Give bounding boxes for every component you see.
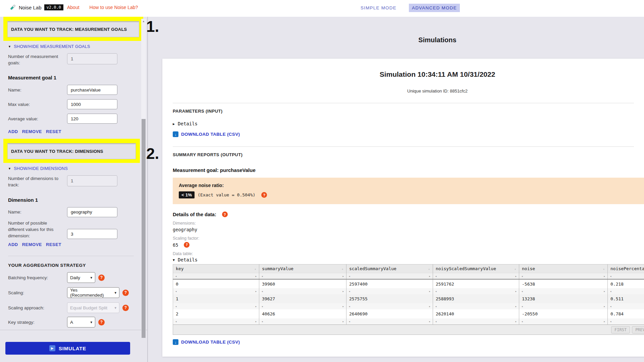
scroll-right-icon[interactable]: ▸ xyxy=(255,275,257,278)
help-icon[interactable]: ? xyxy=(222,212,228,217)
dimension-values-input[interactable] xyxy=(67,229,117,239)
scroll-right-icon[interactable]: ▸ xyxy=(255,320,257,323)
scroll-right-icon[interactable]: ▸ xyxy=(604,320,605,323)
scroll-left-icon[interactable]: ◂ xyxy=(610,275,611,278)
scroll-left-icon[interactable]: ◂ xyxy=(435,320,437,323)
scroll-left-icon[interactable]: ◂ xyxy=(261,320,263,323)
scroll-up-icon[interactable]: ▲ xyxy=(142,20,145,23)
scroll-right-icon[interactable]: ▸ xyxy=(429,320,431,323)
scroll-left-icon[interactable]: ◂ xyxy=(435,290,437,293)
measurement-goals-count-input[interactable] xyxy=(67,53,117,64)
scroll-right-icon[interactable]: ▸ xyxy=(429,275,431,278)
noise-ratio-panel: Average noise ratio: < 1% (Exact value =… xyxy=(173,178,644,204)
nav-howto-link[interactable]: How to use Noise Lab? xyxy=(90,5,138,10)
dimension-name-input[interactable] xyxy=(67,207,117,217)
add-dimension-button[interactable]: ADD xyxy=(8,242,18,247)
help-icon[interactable]: ? xyxy=(184,242,190,248)
table-row: 2406262640690 2620140-205500.784 xyxy=(173,309,644,318)
sidebar-scrollbar[interactable]: ▲ xyxy=(141,19,146,338)
add-goal-button[interactable]: ADD xyxy=(8,129,18,134)
scroll-left-icon[interactable]: ◂ xyxy=(521,320,523,323)
scaling-approach-label: Scaling approach: xyxy=(8,305,67,311)
prev-page-button[interactable]: PREV xyxy=(632,326,644,334)
help-icon[interactable]: ? xyxy=(98,319,105,325)
dimensions-count-input[interactable] xyxy=(67,175,117,186)
simple-mode-button[interactable]: SIMPLE MODE xyxy=(358,4,399,12)
scroll-right-icon[interactable]: ▸ xyxy=(515,275,517,278)
batching-frequency-select[interactable]: Daily ▾ xyxy=(67,272,95,283)
scroll-right-icon[interactable]: ▸ xyxy=(255,290,257,293)
scroll-left-icon[interactable]: ◂ xyxy=(521,275,523,278)
help-icon[interactable]: ? xyxy=(122,290,129,296)
scroll-left-icon[interactable]: ◂ xyxy=(521,305,523,308)
column-header[interactable]: noisePercentage▴ ◂▸ xyxy=(608,264,644,280)
aggregation-strategy-heading: YOUR AGGREGATION STRATEGY xyxy=(8,263,139,268)
help-icon[interactable]: ? xyxy=(261,192,267,198)
scrollbar-thumb[interactable] xyxy=(142,119,146,338)
scroll-right-icon[interactable]: ▸ xyxy=(342,305,344,308)
scroll-left-icon[interactable]: ◂ xyxy=(261,305,263,308)
goal-average-input[interactable] xyxy=(67,114,117,124)
key-strategy-select[interactable]: A ▾ xyxy=(67,317,95,327)
download-table-link[interactable]: ↓ DOWNLOAD TABLE (CSV) xyxy=(173,339,240,345)
parameters-details-toggle[interactable]: ▶ Details xyxy=(173,121,644,126)
scroll-left-icon[interactable]: ◂ xyxy=(521,290,523,293)
download-icon: ↓ xyxy=(173,131,178,137)
scroll-left-icon[interactable]: ◂ xyxy=(348,305,350,308)
goal-name-input[interactable] xyxy=(67,85,117,95)
scroll-right-icon[interactable]: ▸ xyxy=(429,290,431,293)
scroll-right-icon[interactable]: ▸ xyxy=(604,290,605,293)
reset-goal-button[interactable]: RESET xyxy=(46,129,61,134)
download-parameters-link[interactable]: ↓ DOWNLOAD TABLE (CSV) xyxy=(173,131,240,137)
goal-max-input[interactable] xyxy=(67,99,117,109)
scroll-right-icon[interactable]: ▸ xyxy=(255,305,257,308)
column-header[interactable]: noise▴ ◂▸ xyxy=(519,264,608,280)
remove-goal-button[interactable]: REMOVE xyxy=(22,129,42,134)
scroll-left-icon[interactable]: ◂ xyxy=(610,305,611,308)
scroll-left-icon[interactable]: ◂ xyxy=(610,290,611,293)
scroll-left-icon[interactable]: ◂ xyxy=(348,320,350,323)
data-table-details-toggle[interactable]: ▼ Details xyxy=(173,257,644,262)
help-icon[interactable]: ? xyxy=(122,305,129,311)
scroll-right-icon[interactable]: ▸ xyxy=(342,275,344,278)
scroll-left-icon[interactable]: ◂ xyxy=(175,305,177,308)
scroll-left-icon[interactable]: ◂ xyxy=(435,305,437,308)
simulate-button[interactable]: ▶ SIMULATE xyxy=(5,342,130,355)
chevron-down-icon: ▾ xyxy=(90,320,92,324)
scaling-select[interactable]: Yes (Recommended) ▾ xyxy=(67,287,119,298)
advanced-mode-button[interactable]: ADVANCED MODE xyxy=(409,4,460,12)
help-icon[interactable]: ? xyxy=(98,275,105,281)
dimension-actions: ADD REMOVE RESET xyxy=(8,242,139,247)
scroll-right-icon[interactable]: ▸ xyxy=(515,320,517,323)
scroll-left-icon[interactable]: ◂ xyxy=(261,275,263,278)
first-page-button[interactable]: FIRST xyxy=(611,326,630,334)
scroll-left-icon[interactable]: ◂ xyxy=(175,290,177,293)
toggle-dimensions[interactable]: ▼ SHOW/HIDE DIMENSIONS xyxy=(8,166,147,171)
column-header[interactable]: scaledSummaryValue▴ ◂▸ xyxy=(346,264,433,280)
scroll-right-icon[interactable]: ▸ xyxy=(515,305,517,308)
app-brand: Noise Lab v2.0.0 xyxy=(9,4,63,11)
measurement-goal-actions: ADD REMOVE RESET xyxy=(8,129,139,134)
reset-dimension-button[interactable]: RESET xyxy=(46,242,61,247)
caret-down-icon: ▼ xyxy=(173,258,175,262)
scroll-left-icon[interactable]: ◂ xyxy=(610,320,611,323)
scroll-right-icon[interactable]: ▸ xyxy=(604,275,605,278)
scroll-right-icon[interactable]: ▸ xyxy=(515,290,517,293)
column-header[interactable]: key▴ ◂▸ xyxy=(173,264,259,280)
scroll-left-icon[interactable]: ◂ xyxy=(435,275,437,278)
column-header[interactable]: summaryValue▴ ◂▸ xyxy=(259,264,346,280)
scroll-right-icon[interactable]: ▸ xyxy=(342,290,344,293)
scroll-left-icon[interactable]: ◂ xyxy=(175,320,177,323)
remove-dimension-button[interactable]: REMOVE xyxy=(22,242,42,247)
nav-about-link[interactable]: About xyxy=(67,5,79,10)
toggle-measurement-goals[interactable]: ▼ SHOW/HIDE MEASUREMENT GOALS xyxy=(8,44,147,49)
scroll-left-icon[interactable]: ◂ xyxy=(175,275,177,278)
scroll-left-icon[interactable]: ◂ xyxy=(261,290,263,293)
column-header[interactable]: noisyScaledSummaryValue▴ ◂▸ xyxy=(433,264,519,280)
scroll-right-icon[interactable]: ▸ xyxy=(342,320,344,323)
scroll-right-icon[interactable]: ▸ xyxy=(604,305,605,308)
version-badge: v2.0.0 xyxy=(44,4,63,10)
scroll-left-icon[interactable]: ◂ xyxy=(348,290,350,293)
scroll-right-icon[interactable]: ▸ xyxy=(429,305,431,308)
scroll-left-icon[interactable]: ◂ xyxy=(348,275,350,278)
